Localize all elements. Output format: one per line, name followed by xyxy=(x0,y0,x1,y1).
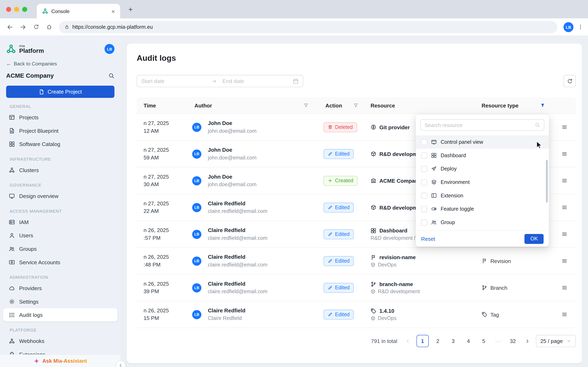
sidebar-item-project-blueprint[interactable]: Project Blueprint xyxy=(3,124,118,137)
scrollbar-thumb[interactable] xyxy=(546,160,548,203)
refresh-icon xyxy=(567,78,572,84)
start-date-input[interactable]: Start date xyxy=(141,78,208,84)
page-button-32[interactable]: 32 xyxy=(507,335,519,347)
filter-option-group[interactable]: Group xyxy=(416,216,549,229)
checkbox[interactable] xyxy=(421,219,427,225)
page-button-2[interactable]: 2 xyxy=(432,335,444,347)
close-window-button[interactable] xyxy=(6,7,11,12)
minimize-window-button[interactable] xyxy=(14,7,19,12)
action-label: Edited xyxy=(335,151,350,157)
checkbox[interactable] xyxy=(421,192,427,199)
search-resource-input[interactable] xyxy=(424,122,532,128)
row-actions-button[interactable] xyxy=(559,149,570,159)
row-actions-button[interactable] xyxy=(559,282,570,293)
sidebar-section-label: ADMINISTRATION xyxy=(6,274,114,280)
list-icon xyxy=(562,151,567,157)
resource-subtitle: DevOps xyxy=(378,315,397,321)
action-badge: Edited xyxy=(323,149,354,159)
author-filter-icon[interactable] xyxy=(303,103,309,108)
page-button-4[interactable]: 4 xyxy=(462,335,475,347)
browser-back-button[interactable] xyxy=(4,21,16,33)
sidebar-item-settings[interactable]: Settings xyxy=(3,295,118,308)
avatar: LB xyxy=(192,283,201,292)
filter-option-label: Extension xyxy=(441,193,463,198)
page-size-select[interactable]: 25 / page xyxy=(536,335,576,347)
filter-option-label: Group xyxy=(441,219,455,225)
browser-tab[interactable]: Console × xyxy=(37,4,120,18)
previous-page-button[interactable] xyxy=(403,335,414,347)
sidebar-item-users[interactable]: Users xyxy=(3,229,118,242)
refresh-button[interactable] xyxy=(563,75,576,87)
back-to-companies-link[interactable]: ← Back to Companies xyxy=(6,60,114,67)
checkbox[interactable] xyxy=(421,139,427,145)
filter-option-environment[interactable]: Environment xyxy=(416,175,549,189)
row-actions-button[interactable] xyxy=(559,256,570,266)
sidebar-item-label: IAM xyxy=(19,219,29,225)
column-header-resource-type: Resource type xyxy=(475,102,553,108)
browser-reload-button[interactable] xyxy=(30,21,42,33)
filter-footer: Reset OK xyxy=(416,231,549,247)
create-project-button[interactable]: Create Project xyxy=(6,86,114,98)
back-link-label: Back to Companies xyxy=(14,60,57,66)
end-date-input[interactable]: End date xyxy=(219,78,290,84)
sidebar-item-webhooks[interactable]: Webhooks xyxy=(3,334,118,348)
search-icon[interactable] xyxy=(108,73,114,79)
sidebar-item-groups[interactable]: Groups xyxy=(3,242,118,256)
checkbox[interactable] xyxy=(421,166,427,172)
row-actions-button[interactable] xyxy=(559,229,570,240)
sidebar-item-service-accounts[interactable]: Service Accounts xyxy=(3,256,118,269)
action-cell: Edited xyxy=(319,149,364,159)
resource-type-filter-icon[interactable] xyxy=(540,103,545,108)
time-date: n 27, 2025 xyxy=(144,120,169,127)
row-actions-button[interactable] xyxy=(559,175,570,186)
action-badge: Edited xyxy=(323,256,354,266)
date-range-picker[interactable]: Start date End date xyxy=(137,75,303,87)
filter-option-control-panel-view[interactable]: Control panel view xyxy=(416,135,549,149)
filter-option-feature-toggle[interactable]: Feature toggle xyxy=(416,202,549,216)
sidebar-item-software-catalog[interactable]: Software Catalog xyxy=(3,137,118,151)
row-actions-button[interactable] xyxy=(559,309,570,320)
checkbox[interactable] xyxy=(421,179,427,185)
page-button-1[interactable]: 1 xyxy=(416,335,429,347)
resource-cell: 1.4.10DevOps xyxy=(364,308,475,321)
software-catalog-icon xyxy=(9,141,15,147)
new-tab-button[interactable]: + xyxy=(126,5,135,14)
sidebar-avatar[interactable]: LB xyxy=(104,44,114,54)
next-page-button[interactable] xyxy=(522,335,533,347)
filter-option-dashboard[interactable]: Dashboard xyxy=(416,149,549,162)
action-label: Edited xyxy=(335,312,350,317)
sidebar-section-label: INFRASTRUCTURE xyxy=(6,156,114,162)
sidebar-item-design-overview[interactable]: Design overview xyxy=(3,189,118,203)
checkbox[interactable] xyxy=(421,152,427,158)
page-button-5[interactable]: 5 xyxy=(477,335,490,347)
page-button-3[interactable]: 3 xyxy=(447,335,459,347)
home-icon xyxy=(46,24,52,30)
row-actions-button[interactable] xyxy=(559,122,570,133)
sidebar-item-audit-logs[interactable]: Audit logs xyxy=(3,308,118,322)
tab-close-icon[interactable]: × xyxy=(110,8,116,14)
address-bar[interactable]: https://console.gcp.mia-platform.eu xyxy=(59,21,557,33)
sidebar-item-iam[interactable]: IAM xyxy=(3,215,118,229)
sidebar-item-providers[interactable]: Providers xyxy=(3,281,118,295)
zoom-window-button[interactable] xyxy=(22,7,27,12)
sidebar-item-clusters[interactable]: Clusters xyxy=(3,163,118,177)
audit-logs-icon xyxy=(9,312,15,318)
reset-button[interactable]: Reset xyxy=(421,236,435,242)
column-header-resource: Resource xyxy=(364,102,475,108)
row-actions-button[interactable] xyxy=(559,202,570,213)
action-filter-icon[interactable] xyxy=(354,103,358,108)
tag-icon xyxy=(371,308,376,314)
filter-option-extension[interactable]: Extension xyxy=(416,189,549,202)
filter-option-deploy[interactable]: Deploy xyxy=(416,162,549,175)
sidebar-item-projects[interactable]: Projects xyxy=(3,110,118,124)
sidebar-item-label: Software Catalog xyxy=(19,141,60,147)
browser-menu-icon[interactable] xyxy=(577,21,584,33)
author-cell: LBClaire Redfieldclaire.redfield@email.c… xyxy=(188,254,319,268)
ok-button[interactable]: OK xyxy=(525,234,544,244)
ask-mia-assistant[interactable]: Ask Mia-Assistant xyxy=(0,354,121,367)
browser-home-button[interactable] xyxy=(43,21,55,33)
browser-forward-button[interactable] xyxy=(17,21,29,33)
browser-profile-avatar[interactable]: LB xyxy=(563,22,573,32)
checkbox[interactable] xyxy=(421,206,427,212)
tab-favicon-icon xyxy=(42,8,48,14)
